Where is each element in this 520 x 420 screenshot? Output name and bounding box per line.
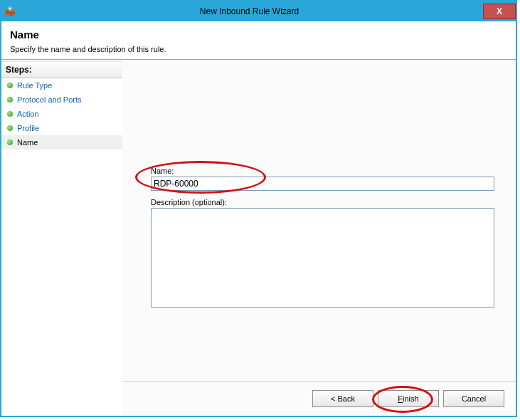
bullet-icon [7,140,13,145]
button-separator [122,381,516,382]
finish-button-label: Finish [398,394,418,403]
svg-point-5 [9,8,11,10]
steps-sidebar: Steps: Rule Type Protocol and Ports Acti… [1,60,122,416]
step-protocol-and-ports[interactable]: Protocol and Ports [1,93,122,107]
step-name[interactable]: Name [1,135,122,149]
step-profile[interactable]: Profile [1,121,122,135]
close-icon: X [497,6,502,16]
bullet-icon [7,83,13,88]
bullet-icon [7,125,13,131]
name-label: Name: [151,167,494,175]
wizard-window: New Inbound Rule Wizard X Name Specify t… [0,0,517,417]
rule-description-input[interactable] [151,208,494,308]
back-button-label: < Back [331,394,355,403]
step-label: Name [17,138,38,147]
step-label: Protocol and Ports [17,95,82,104]
window-title: New Inbound Rule Wizard [16,6,483,16]
finish-button[interactable]: Finish [378,390,439,407]
cancel-button[interactable]: Cancel [443,390,504,407]
wizard-header: Name Specify the name and description of… [1,21,516,60]
rule-name-input[interactable] [151,177,494,191]
description-label: Description (optional): [151,198,494,206]
steps-heading: Steps: [1,61,122,78]
page-subtitle: Specify the name and description of this… [10,45,507,53]
wizard-button-row: < Back Finish Cancel [312,390,504,407]
close-button[interactable]: X [483,4,516,19]
titlebar: New Inbound Rule Wizard X [1,1,516,21]
wizard-main-panel: Name: Description (optional): < Back Fin… [122,60,516,416]
step-action[interactable]: Action [1,107,122,121]
step-rule-type[interactable]: Rule Type [1,78,122,93]
bullet-icon [7,111,13,117]
step-label: Profile [17,124,39,132]
step-label: Rule Type [17,81,52,90]
step-label: Action [17,110,39,118]
page-title: Name [10,28,507,41]
firewall-icon [4,6,16,17]
cancel-button-label: Cancel [462,394,486,403]
bullet-icon [7,97,13,103]
back-button[interactable]: < Back [312,390,373,407]
